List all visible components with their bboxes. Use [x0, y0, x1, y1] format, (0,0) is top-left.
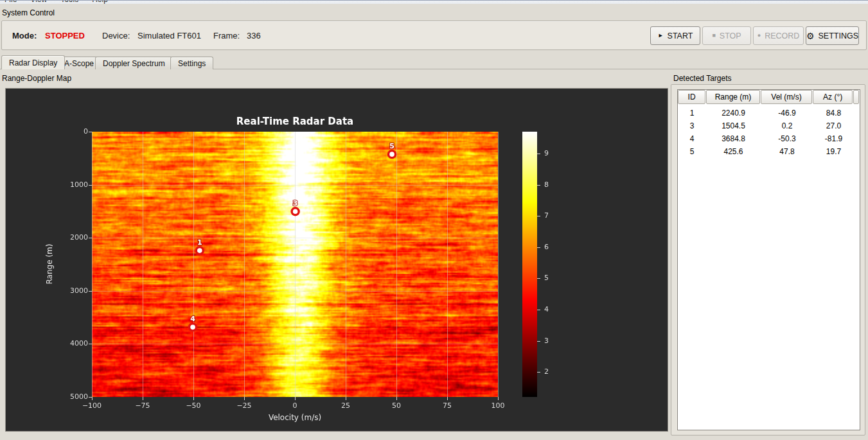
cell: 47.8 [761, 145, 813, 158]
colorbar-tick-label: 3 [544, 337, 563, 345]
column-header-az[interactable]: Az (°) [813, 90, 853, 104]
detected-targets-group-label: Detected Targets [673, 74, 732, 83]
cell: -46.9 [761, 107, 813, 119]
cell: 5 [678, 145, 706, 158]
targets-table[interactable]: IDRange (m)Vel (m/s)Az (°) 12240.9-46.98… [677, 89, 860, 430]
stop-button-label: STOP [720, 31, 741, 40]
colorbar-tick-label: 4 [544, 305, 563, 313]
tab-doppler-spectrum[interactable]: Doppler Spectrum [95, 57, 173, 69]
menu-bar: FileViewToolsHelp [0, 0, 868, 4]
table-row[interactable]: 12240.9-46.984.8 [678, 107, 860, 119]
y-tick-label: 5000 [57, 392, 88, 401]
start-button[interactable]: ►START [650, 26, 700, 45]
gear-icon: ⚙ [806, 31, 815, 40]
frame-value: 336 [247, 31, 261, 40]
device-value: Simulated FT601 [137, 31, 201, 40]
x-tick-label: 50 [378, 401, 414, 410]
radar-figure-panel: Real-Time Radar Data Velocity (m/s) Rang… [5, 88, 668, 432]
targets-table-header: IDRange (m)Vel (m/s)Az (°) [678, 90, 860, 104]
cell: 0.2 [761, 119, 813, 132]
x-tick-label: −100 [74, 401, 110, 410]
table-row[interactable]: 43684.8-50.3-81.9 [678, 132, 860, 145]
radar-app-window: FileViewToolsHelp System Control Mode: S… [0, 0, 868, 440]
column-header-filler[interactable] [853, 90, 859, 104]
column-header-range[interactable]: Range (m) [706, 90, 759, 104]
start-button-label: START [668, 31, 693, 40]
colorbar-tick-label: 9 [544, 149, 563, 157]
system-control-group-label: System Control [2, 8, 55, 17]
cell: 425.6 [706, 145, 761, 158]
record-button: ●RECORD [753, 26, 804, 45]
column-header-vel[interactable]: Vel (m/s) [761, 90, 813, 104]
colorbar-tick-label: 8 [544, 180, 563, 189]
cell: 19.7 [813, 145, 854, 158]
colorbar-tick-label: 5 [544, 274, 563, 282]
tab-radar-display[interactable]: Radar Display [1, 55, 65, 69]
cell: 3 [678, 119, 706, 132]
stop-icon: ■ [712, 33, 715, 39]
y-tick-label: 4000 [57, 339, 88, 348]
x-tick-label: 75 [429, 401, 465, 410]
cell: 2240.9 [706, 107, 761, 119]
cell: -50.3 [761, 132, 813, 145]
colorbar-tick-label: 7 [544, 211, 563, 220]
x-axis-label: Velocity (m/s) [92, 413, 498, 422]
y-tick-label: 0 [57, 127, 88, 136]
table-row[interactable]: 5425.647.819.7 [678, 145, 860, 158]
x-tick-label: 25 [328, 401, 364, 410]
x-tick-label: 100 [480, 401, 516, 410]
detected-targets-group: IDRange (m)Vel (m/s)Az (°) 12240.9-46.98… [671, 84, 865, 436]
menu-item-tools[interactable]: Tools [60, 0, 78, 4]
cell: 3684.8 [706, 132, 761, 145]
menu-item-file[interactable]: File [4, 0, 17, 4]
y-tick-label: 3000 [57, 286, 88, 295]
column-header-id[interactable]: ID [678, 90, 705, 104]
colorbar-tick-label: 6 [544, 243, 563, 251]
menu-item-help[interactable]: Help [92, 0, 108, 4]
system-control-panel: Mode: STOPPED Device: Simulated FT601 Fr… [1, 21, 867, 50]
mode-label: Mode: [12, 31, 37, 40]
colorbar-tick-label: 2 [544, 367, 563, 376]
tab-settings[interactable]: Settings [170, 57, 213, 69]
frame-label: Frame: [213, 31, 240, 40]
cell: 84.8 [813, 107, 854, 119]
y-axis-label: Range (m) [45, 244, 54, 285]
cell: 27.0 [813, 119, 854, 132]
stop-button: ■STOP [702, 26, 751, 45]
main-tabbar: Radar DisplayA-ScopeDoppler SpectrumSett… [0, 55, 868, 69]
settings-button-label: SETTINGS [819, 31, 859, 40]
x-tick-label: −50 [175, 401, 211, 410]
x-tick-label: −75 [125, 401, 161, 410]
range-doppler-group-label: Range-Doppler Map [2, 74, 71, 83]
menu-item-view[interactable]: View [30, 0, 47, 4]
x-tick-label: 0 [277, 401, 313, 410]
y-tick-label: 1000 [57, 180, 88, 189]
menu-items: FileViewToolsHelp [4, 0, 121, 4]
cell: 1 [678, 107, 706, 119]
settings-button[interactable]: ⚙SETTINGS [806, 26, 859, 45]
x-tick-label: −25 [226, 401, 262, 410]
table-row[interactable]: 31504.50.227.0 [678, 119, 860, 132]
cell: -81.9 [813, 132, 854, 145]
cell: 4 [678, 132, 706, 145]
range-doppler-heatmap[interactable] [6, 89, 668, 431]
record-icon: ● [757, 33, 761, 39]
device-label: Device: [102, 31, 130, 40]
mode-value: STOPPED [45, 31, 85, 40]
play-icon: ► [658, 33, 664, 39]
plot-title: Real-Time Radar Data [92, 116, 498, 127]
cell: 1504.5 [706, 119, 761, 132]
y-tick-label: 2000 [57, 233, 88, 242]
record-button-label: RECORD [765, 31, 799, 40]
